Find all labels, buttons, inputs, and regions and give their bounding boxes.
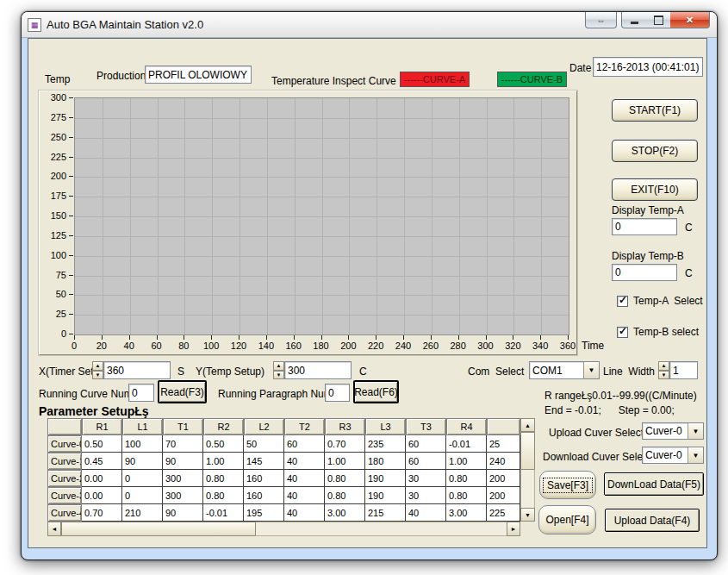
running-paragraph-number-input[interactable]: [325, 384, 350, 402]
stop-button[interactable]: STOP(F2): [612, 140, 698, 162]
table-cell[interactable]: 195: [244, 504, 284, 522]
row-header-Curve-4[interactable]: Curve-4: [47, 504, 82, 522]
table-cell[interactable]: 0: [122, 487, 163, 504]
column-header-R1[interactable]: R1: [82, 418, 122, 435]
scroll-down-icon[interactable]: ▼: [520, 508, 535, 522]
column-header-T2[interactable]: T2: [284, 418, 325, 435]
column-header-R2[interactable]: R2: [203, 418, 244, 435]
running-curve-number-input[interactable]: [128, 384, 154, 402]
table-cell[interactable]: 0.80: [203, 470, 244, 487]
column-header-T3[interactable]: T3: [406, 418, 446, 435]
spin-up-icon[interactable]: ▲: [92, 361, 103, 371]
x-timer-input[interactable]: [103, 361, 171, 379]
row-header-Curve-2[interactable]: Curve-2: [47, 470, 82, 487]
spin-up-icon[interactable]: ▲: [273, 361, 284, 371]
scroll-right-icon[interactable]: ►: [507, 522, 520, 536]
horizontal-scroll-thumb[interactable]: [61, 522, 256, 536]
checkbox-checked-icon[interactable]: [617, 296, 628, 307]
production-input[interactable]: [145, 66, 252, 84]
column-header-R3[interactable]: R3: [325, 418, 365, 435]
spin-up-icon[interactable]: ▲: [658, 361, 669, 371]
chevron-down-icon[interactable]: ▼: [688, 423, 703, 439]
table-cell[interactable]: 40: [284, 504, 325, 522]
table-cell[interactable]: 190: [365, 470, 406, 487]
table-cell[interactable]: -0.01: [203, 504, 244, 522]
table-cell[interactable]: 30: [406, 487, 446, 504]
y-temp-spinner[interactable]: ▲▼: [273, 361, 284, 379]
table-cell[interactable]: 60: [406, 435, 446, 453]
table-cell[interactable]: 0.70: [82, 504, 122, 522]
table-cell[interactable]: 60: [406, 453, 446, 470]
column-header-L2[interactable]: L2: [244, 418, 284, 435]
scroll-up-icon[interactable]: ▲: [520, 418, 535, 432]
chevron-down-icon[interactable]: ▼: [583, 362, 599, 378]
table-cell[interactable]: 40: [406, 504, 446, 522]
table-cell-partial[interactable]: 200: [487, 470, 520, 487]
table-cell[interactable]: 300: [163, 470, 203, 487]
table-cell-partial[interactable]: 240: [487, 453, 520, 470]
line-width-input[interactable]: [669, 361, 698, 379]
column-header-L3[interactable]: L3: [365, 418, 406, 435]
title-bar[interactable]: ▦ Auto BGA Maintain Station v2.0 ⇔ ✕: [22, 12, 717, 38]
table-cell[interactable]: 1.00: [203, 453, 244, 470]
table-cell[interactable]: 30: [406, 470, 446, 487]
close-icon[interactable]: ✕: [670, 12, 710, 28]
table-cell[interactable]: 1.00: [325, 453, 365, 470]
table-cell[interactable]: 100: [122, 435, 163, 453]
table-cell[interactable]: 0.00: [82, 470, 122, 487]
x-timer-spinner[interactable]: ▲▼: [92, 361, 103, 379]
table-cell[interactable]: 3.00: [325, 504, 365, 522]
temp-b-select-checkbox[interactable]: Temp-B select: [617, 326, 699, 338]
table-cell-partial[interactable]: 225: [487, 504, 520, 522]
temp-a-select-checkbox[interactable]: Temp-A Select: [617, 295, 703, 307]
table-cell[interactable]: 0.80: [203, 487, 244, 504]
table-cell[interactable]: 0.50: [203, 435, 244, 453]
download-data-f5-button[interactable]: DownLoad Data(F5): [604, 472, 704, 496]
column-header-R4[interactable]: R4: [446, 418, 487, 435]
table-cell[interactable]: 215: [365, 504, 406, 522]
table-cell[interactable]: 210: [122, 504, 163, 522]
upload-data-f4-button[interactable]: Upload Data(F4): [605, 509, 700, 532]
spin-down-icon[interactable]: ▼: [273, 371, 284, 380]
table-cell[interactable]: 180: [365, 453, 406, 470]
table-cell[interactable]: 0: [122, 470, 163, 487]
start-button[interactable]: START(F1): [612, 99, 698, 122]
open-f4-button[interactable]: Open[F4]: [538, 505, 596, 534]
table-cell[interactable]: 0.45: [82, 453, 122, 470]
table-cell[interactable]: 0.80: [325, 487, 365, 504]
chevron-down-icon[interactable]: ▼: [688, 447, 703, 463]
table-cell-partial[interactable]: 200: [487, 487, 520, 504]
com-select-dropdown[interactable]: COM1 ▼: [529, 361, 600, 379]
vertical-scroll-thumb[interactable]: [520, 432, 535, 470]
table-cell[interactable]: 235: [365, 435, 406, 453]
y-temp-input[interactable]: [284, 361, 352, 379]
table-cell[interactable]: 90: [163, 504, 203, 522]
maximize-icon[interactable]: [646, 12, 671, 28]
table-cell[interactable]: 0.80: [325, 470, 365, 487]
table-cell[interactable]: 190: [365, 487, 406, 504]
line-width-spinner[interactable]: ▲▼: [658, 361, 669, 379]
table-cell[interactable]: 40: [284, 453, 325, 470]
table-cell[interactable]: 40: [284, 470, 325, 487]
table-cell[interactable]: 0.80: [446, 470, 487, 487]
table-cell[interactable]: 0.50: [82, 435, 122, 453]
table-cell[interactable]: 1.00: [446, 453, 487, 470]
table-cell[interactable]: 50: [244, 435, 284, 453]
table-cell[interactable]: 300: [163, 487, 203, 504]
column-header-T1[interactable]: T1: [163, 418, 203, 435]
column-header-L1[interactable]: L1: [122, 418, 163, 435]
save-f3-button[interactable]: Save[F3]: [539, 471, 596, 499]
row-header-Curve-1[interactable]: Curve-1: [47, 453, 82, 470]
table-cell[interactable]: 0.80: [446, 487, 487, 504]
table-cell[interactable]: 0.00: [82, 487, 122, 504]
checkbox-checked-icon[interactable]: [617, 327, 628, 338]
exit-button[interactable]: EXIT(F10): [612, 178, 698, 201]
minimize-icon[interactable]: [621, 12, 647, 28]
display-temp-a-input[interactable]: [612, 218, 677, 235]
table-cell[interactable]: 160: [244, 487, 284, 504]
table-cell[interactable]: 60: [284, 435, 325, 453]
table-cell[interactable]: 160: [244, 470, 284, 487]
table-cell-partial[interactable]: 25: [487, 435, 520, 453]
download-cuver-dropdown[interactable]: Cuver-0 ▼: [642, 447, 704, 464]
read-f6-button[interactable]: Read(F6): [353, 380, 399, 403]
